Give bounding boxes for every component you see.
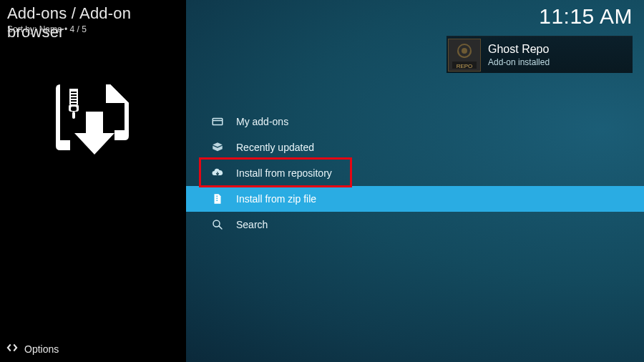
svg-rect-7 (71, 96, 77, 97)
options-icon (6, 341, 19, 356)
svg-marker-2 (110, 84, 129, 103)
addon-browser-icon (52, 79, 137, 167)
svg-rect-8 (71, 99, 77, 100)
toast-subtitle: Add-on installed (488, 57, 550, 67)
menu-item-label: Search (236, 219, 268, 230)
toast-thumbnail: REPO (448, 39, 481, 72)
menu-item-recently-updated[interactable]: Recently updated (186, 134, 644, 160)
menu-item-install-from-zip[interactable]: Install from zip file (186, 186, 644, 212)
options-button[interactable]: Options (6, 341, 59, 356)
menu-item-search[interactable]: Search (186, 212, 644, 238)
menu-item-my-addons[interactable]: My add-ons (186, 109, 644, 134)
box-open-icon (210, 140, 225, 155)
options-label: Options (24, 343, 59, 355)
svg-rect-11 (71, 107, 77, 111)
menu-item-label: Recently updated (236, 142, 314, 153)
notification-toast: REPO Ghost Repo Add-on installed (447, 36, 633, 73)
svg-rect-12 (72, 112, 75, 119)
svg-rect-9 (71, 102, 77, 103)
sidebar: Add-ons / Add-on browser Sort by: Name •… (0, 0, 186, 362)
toast-title: Ghost Repo (488, 43, 550, 56)
menu-item-label: Install from zip file (236, 193, 316, 205)
menu-item-label: My add-ons (236, 116, 288, 127)
main-panel: 11:15 AM REPO Ghost Repo Add-on installe… (186, 0, 644, 362)
svg-rect-6 (71, 93, 77, 94)
zip-file-icon (210, 192, 225, 206)
breadcrumb: Add-ons / Add-on browser (7, 4, 186, 41)
svg-point-15 (462, 48, 467, 54)
sort-line: Sort by: Name • 4 / 5 (7, 24, 87, 34)
clock: 11:15 AM (539, 4, 633, 29)
svg-rect-5 (71, 89, 77, 92)
my-addons-icon (210, 114, 225, 129)
search-icon (210, 217, 225, 232)
svg-text:REPO: REPO (457, 63, 473, 69)
svg-rect-18 (213, 119, 223, 125)
highlight-box (199, 157, 352, 187)
